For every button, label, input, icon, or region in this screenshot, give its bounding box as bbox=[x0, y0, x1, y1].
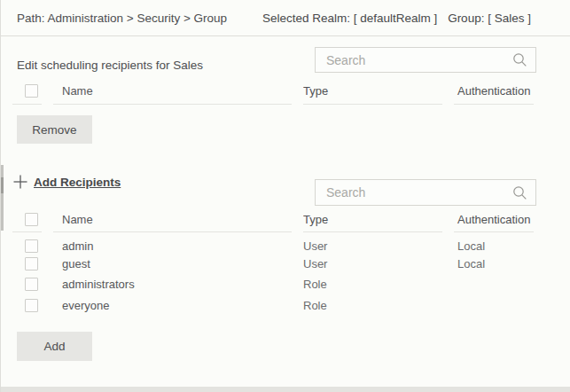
select-all-checkbox[interactable] bbox=[25, 213, 38, 226]
breadcrumb: Path: Administration > Security > Group bbox=[17, 0, 227, 36]
row-checkbox[interactable] bbox=[25, 278, 38, 291]
table-row: everyone Role bbox=[12, 295, 534, 317]
search-input[interactable] bbox=[316, 180, 535, 205]
recipient-name: everyone bbox=[53, 295, 292, 317]
recipient-type: Role bbox=[303, 274, 442, 295]
recipient-authentication bbox=[454, 274, 534, 295]
current-recipients-table: Name Type Authentication bbox=[1, 78, 545, 105]
column-header-type: Type bbox=[303, 78, 442, 105]
column-header-name: Name bbox=[53, 207, 292, 232]
column-header-authentication: Authentication bbox=[454, 78, 534, 105]
recipient-type: User bbox=[303, 232, 442, 254]
recipient-authentication bbox=[454, 295, 534, 317]
column-header-authentication: Authentication bbox=[454, 207, 534, 232]
add-recipients-search bbox=[315, 179, 536, 206]
recipient-authentication: Local bbox=[454, 232, 534, 254]
selected-context: Selected Realm: [ defaultRealm ] Group: … bbox=[262, 0, 531, 36]
remove-button[interactable]: Remove bbox=[17, 115, 92, 144]
recipient-type: User bbox=[303, 254, 442, 275]
plus-icon bbox=[12, 174, 28, 190]
group-security-panel: Path: Administration > Security > Group … bbox=[0, 0, 570, 392]
row-checkbox[interactable] bbox=[25, 239, 38, 253]
bottom-strip bbox=[1, 387, 570, 392]
recipient-name: admin bbox=[53, 232, 292, 254]
scrollbar-fragment[interactable] bbox=[1, 165, 4, 231]
table-header-row: Name Type Authentication bbox=[12, 207, 534, 232]
add-recipients-link[interactable]: Add Recipients bbox=[12, 174, 121, 190]
table-row: admin User Local bbox=[12, 232, 534, 254]
table-row: administrators Role bbox=[12, 274, 534, 295]
select-all-checkbox[interactable] bbox=[25, 84, 38, 98]
row-checkbox[interactable] bbox=[25, 299, 38, 312]
table-row: guest User Local bbox=[12, 254, 534, 275]
table-header-row: Name Type Authentication bbox=[12, 78, 534, 105]
recipient-type: Role bbox=[303, 295, 442, 317]
row-checkbox[interactable] bbox=[25, 257, 38, 270]
breadcrumb-bar: Path: Administration > Security > Group … bbox=[1, 0, 570, 36]
selected-group-label: Group: [ Sales ] bbox=[448, 12, 531, 25]
search-input[interactable] bbox=[316, 48, 535, 72]
available-recipients-table: Name Type Authentication admin User Loca… bbox=[1, 207, 545, 316]
add-button[interactable]: Add bbox=[17, 332, 92, 361]
column-header-type: Type bbox=[303, 207, 442, 232]
add-recipients-label: Add Recipients bbox=[34, 176, 121, 189]
recipient-name: administrators bbox=[53, 274, 292, 295]
recipient-name: guest bbox=[53, 254, 292, 275]
edit-recipients-search bbox=[315, 47, 536, 73]
edit-recipients-title: Edit scheduling recipients for Sales bbox=[17, 59, 203, 72]
recipient-authentication: Local bbox=[454, 254, 534, 275]
selected-realm-label: Selected Realm: [ defaultRealm ] bbox=[262, 12, 437, 25]
column-header-name: Name bbox=[53, 78, 292, 105]
